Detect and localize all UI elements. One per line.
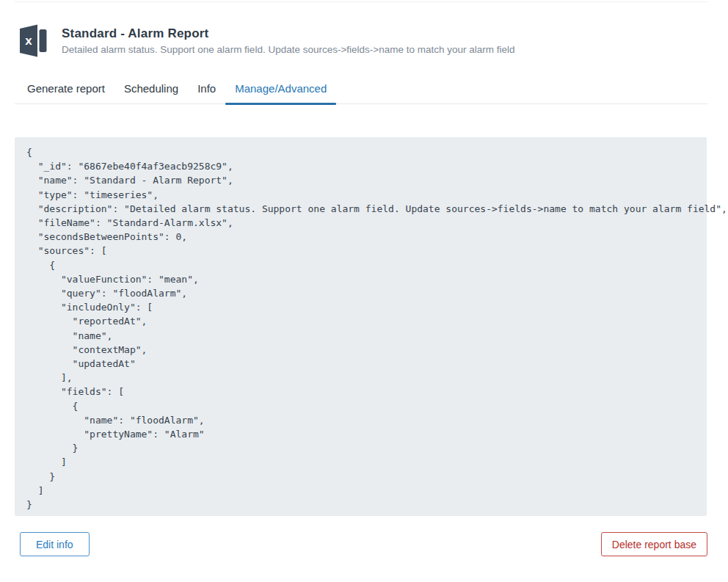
footer-actions: Edit info Delete report base xyxy=(20,532,707,556)
svg-text:x: x xyxy=(25,34,32,48)
delete-report-base-button[interactable]: Delete report base xyxy=(601,532,707,556)
header-text: Standard - Alarm Report Detailed alarm s… xyxy=(62,26,515,55)
excel-file-icon: x xyxy=(19,23,47,58)
tab-scheduling[interactable]: Scheduling xyxy=(114,76,188,103)
report-config-json: { "_id": "6867ebe40f4af3eacb9258c9", "na… xyxy=(15,137,707,516)
tab-bar: Generate report Scheduling Info Manage/A… xyxy=(15,76,707,104)
top-divider xyxy=(15,1,707,2)
page-title: Standard - Alarm Report xyxy=(62,26,515,41)
edit-info-button[interactable]: Edit info xyxy=(20,532,90,556)
report-config-code-block: { "_id": "6867ebe40f4af3eacb9258c9", "na… xyxy=(15,137,707,516)
report-base-page: x Standard - Alarm Report Detailed alarm… xyxy=(0,1,728,556)
page-subtitle: Detailed alarm status. Support one alarm… xyxy=(62,44,515,55)
tab-generate-report[interactable]: Generate report xyxy=(18,76,114,103)
tab-info[interactable]: Info xyxy=(188,76,225,103)
tab-manage-advanced[interactable]: Manage/Advanced xyxy=(225,76,336,103)
report-header: x Standard - Alarm Report Detailed alarm… xyxy=(19,23,728,58)
